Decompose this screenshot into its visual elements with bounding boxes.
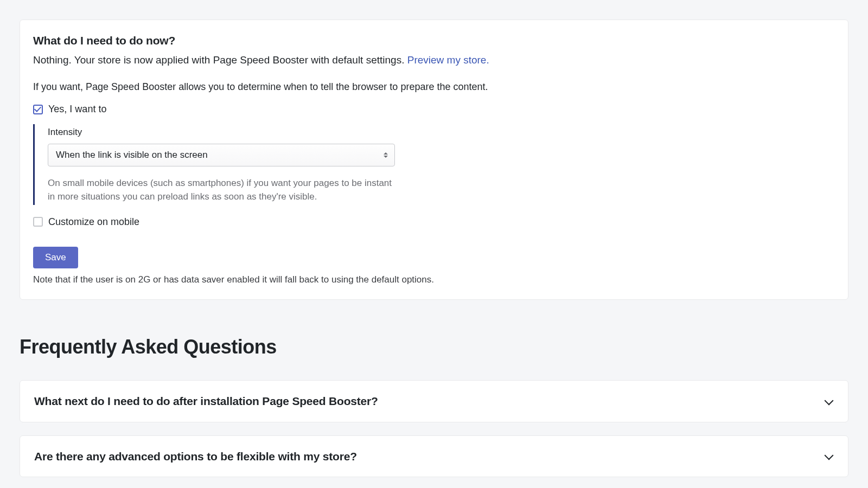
- intensity-select[interactable]: When the link is visible on the screen: [48, 144, 395, 166]
- intensity-select-value: When the link is visible on the screen: [56, 148, 208, 162]
- chevron-down-icon: [824, 396, 834, 406]
- faq-heading: Frequently Asked Questions: [20, 332, 848, 362]
- intensity-block: Intensity When the link is visible on th…: [33, 124, 435, 205]
- preview-store-link[interactable]: Preview my store.: [407, 54, 489, 66]
- chevron-down-icon: [824, 451, 834, 461]
- opt-in-label: Yes, I want to: [48, 102, 106, 117]
- opt-in-checkbox-row[interactable]: Yes, I want to: [33, 102, 835, 117]
- faq-question: Are there any advanced options to be fle…: [34, 448, 357, 465]
- checkbox-checked-icon: [33, 105, 43, 114]
- save-button[interactable]: Save: [33, 247, 78, 268]
- fallback-note: Note that if the user is on 2G or has da…: [33, 273, 835, 287]
- intensity-label: Intensity: [48, 125, 435, 139]
- mobile-checkbox-row[interactable]: Customize on mobile: [33, 215, 835, 229]
- sub-text: If you want, Page Speed Booster allows y…: [33, 80, 835, 94]
- settings-card: What do I need to do now? Nothing. Your …: [20, 20, 848, 300]
- select-stepper-icon: [384, 152, 388, 158]
- checkbox-unchecked-icon: [33, 217, 43, 227]
- intro-text: Nothing. Your store is now applied with …: [33, 54, 407, 66]
- faq-question: What next do I need to do after installa…: [34, 393, 378, 410]
- intensity-help-text: On small mobile devices (such as smartph…: [48, 176, 395, 204]
- mobile-label: Customize on mobile: [48, 215, 139, 229]
- faq-item[interactable]: Are there any advanced options to be fle…: [20, 435, 848, 478]
- faq-item[interactable]: What next do I need to do after installa…: [20, 380, 848, 422]
- intro-line: Nothing. Your store is now applied with …: [33, 53, 835, 68]
- card-heading: What do I need to do now?: [33, 32, 835, 49]
